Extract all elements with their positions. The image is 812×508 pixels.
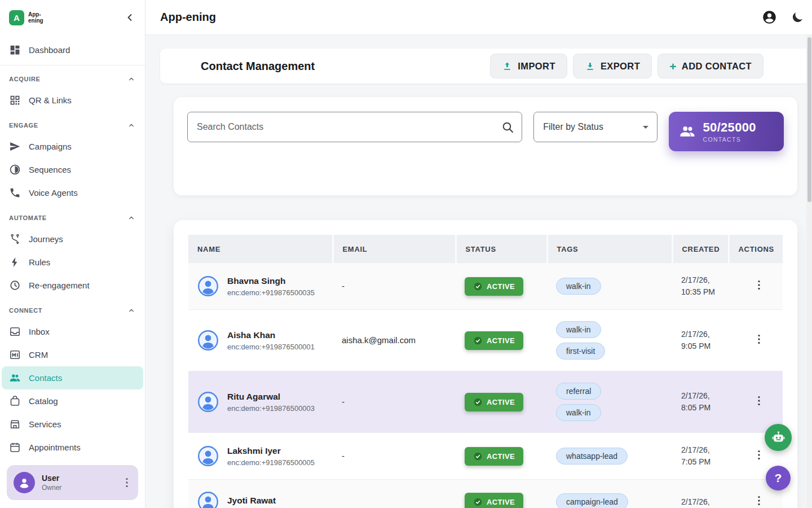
export-button[interactable]: EXPORT xyxy=(573,54,652,78)
topbar: App-ening xyxy=(145,0,812,35)
people-icon xyxy=(9,372,21,384)
tag-pill[interactable]: whatsapp-lead xyxy=(556,448,628,465)
column-header-created[interactable]: CREATED xyxy=(672,235,729,263)
contact-phone: enc:demo:+919876500003 xyxy=(227,404,315,413)
scrollbar[interactable] xyxy=(806,35,812,508)
add-contact-label: ADD CONTACT xyxy=(682,61,752,72)
tag-pill[interactable]: campaign-lead xyxy=(556,493,628,508)
qr-icon xyxy=(9,94,21,106)
account-button[interactable] xyxy=(762,10,777,25)
plus-icon: + xyxy=(669,60,677,72)
moon-icon xyxy=(791,11,804,24)
toolbar-buttons: IMPORT EXPORT + ADD CONTACT xyxy=(490,54,764,78)
column-header-actions[interactable]: ACTIONS xyxy=(729,235,783,263)
search-icon[interactable] xyxy=(501,120,514,134)
chevron-up-icon xyxy=(127,75,136,84)
status-label: ACTIVE xyxy=(487,282,515,291)
sidebar-collapse-button[interactable] xyxy=(121,9,138,26)
row-actions-button[interactable] xyxy=(752,394,766,408)
app-root: A App-ening DashboardACQUIREQR & LinksEN… xyxy=(0,0,812,508)
column-header-name[interactable]: NAME xyxy=(188,235,333,263)
sidebar-item-sequences[interactable]: Sequences xyxy=(0,158,145,181)
section-header-automate[interactable]: AUTOMATE xyxy=(0,208,145,227)
status-label: ACTIVE xyxy=(487,336,515,345)
import-label: IMPORT xyxy=(518,61,555,72)
row-actions-button[interactable] xyxy=(752,494,766,507)
sidebar-item-re-engagement[interactable]: Re-engagement xyxy=(0,274,145,297)
table-row[interactable]: Ritu Agarwalenc:demo:+919876500003-ACTIV… xyxy=(188,371,783,433)
chevron-up-icon xyxy=(127,213,136,222)
sidebar-item-label: Journeys xyxy=(29,234,63,244)
sidebar-item-inbox[interactable]: Inbox xyxy=(0,320,145,343)
sidebar-item-campaigns[interactable]: Campaigns xyxy=(0,135,145,158)
table-row[interactable]: Jyoti RawatACTIVEcampaign-lead2/17/26, xyxy=(188,480,783,508)
contrast-icon xyxy=(9,164,21,176)
tag-pill[interactable]: referral xyxy=(556,383,601,400)
sidebar-item-rules[interactable]: Rules xyxy=(0,251,145,274)
sidebar-item-voice-agents[interactable]: Voice Agents xyxy=(0,181,145,204)
contact-name: Aisha Khan xyxy=(227,330,315,340)
contact-name: Jyoti Rawat xyxy=(227,496,276,506)
sidebar-item-appointments[interactable]: Appointments xyxy=(0,436,145,459)
history-icon xyxy=(9,279,21,291)
section-title: AUTOMATE xyxy=(9,214,47,221)
status-filter-dropdown[interactable]: Filter by Status xyxy=(533,112,657,142)
sidebar-header: A App-ening xyxy=(0,0,145,35)
tag-pill[interactable]: first-visit xyxy=(556,343,605,360)
brand-logo[interactable]: A App-ening xyxy=(9,10,48,25)
contact-email: - xyxy=(342,281,345,291)
contact-phone: enc:demo:+919876500005 xyxy=(227,458,315,467)
user-menu-icon[interactable] xyxy=(120,476,134,489)
tag-pill[interactable]: walk-in xyxy=(556,321,601,338)
section-header-connect[interactable]: CONNECT xyxy=(0,301,145,320)
row-actions-button[interactable] xyxy=(752,448,766,462)
check-icon xyxy=(473,336,483,345)
avatar-icon xyxy=(197,391,219,413)
user-card[interactable]: User Owner xyxy=(7,465,138,500)
sidebar-item-catalog[interactable]: Catalog xyxy=(0,389,145,413)
column-header-status[interactable]: STATUS xyxy=(456,235,547,263)
sidebar-item-crm[interactable]: CRM xyxy=(0,343,145,366)
sidebar-item-qr-links[interactable]: QR & Links xyxy=(0,89,145,112)
phone-icon xyxy=(9,187,21,199)
table-row[interactable]: Bhavna Singhenc:demo:+919876500035-ACTIV… xyxy=(188,263,783,310)
avatar-icon xyxy=(197,275,219,297)
sidebar-item-services[interactable]: Services xyxy=(0,413,145,436)
bag-icon xyxy=(9,395,21,407)
sidebar-item-journeys[interactable]: Journeys xyxy=(0,227,145,251)
sidebar-item-label: Catalog xyxy=(29,396,58,406)
robot-icon xyxy=(771,430,786,445)
column-header-email[interactable]: EMAIL xyxy=(333,235,456,263)
table-row[interactable]: Aisha Khanenc:demo:+919876500001aisha.k@… xyxy=(188,310,783,371)
import-button[interactable]: IMPORT xyxy=(490,54,567,78)
assistant-fab[interactable] xyxy=(765,424,792,451)
scrollbar-thumb[interactable] xyxy=(807,37,811,202)
contact-name: Bhavna Singh xyxy=(227,276,315,286)
sidebar-item-contacts[interactable]: Contacts xyxy=(2,366,143,389)
sidebar-item-dashboard[interactable]: Dashboard xyxy=(0,38,145,62)
sidebar-item-label: Re-engagement xyxy=(29,281,90,290)
add-contact-button[interactable]: + ADD CONTACT xyxy=(657,54,764,78)
sidebar-item-label: Voice Agents xyxy=(29,188,78,198)
row-actions-button[interactable] xyxy=(752,332,766,346)
created-date: 2/17/26, xyxy=(681,496,726,508)
row-actions-button[interactable] xyxy=(752,278,766,292)
sidebar-item-label: Dashboard xyxy=(29,45,70,55)
contacts-count-badge: 50/25000 CONTACTS xyxy=(669,112,784,151)
sidebar-item-label: Sequences xyxy=(29,165,71,174)
search-input[interactable] xyxy=(187,112,522,142)
created-date: 2/17/26, 10:35 PM xyxy=(681,274,726,298)
status-label: ACTIVE xyxy=(487,398,515,406)
contacts-count: 50/25000 xyxy=(703,120,756,135)
column-header-tags[interactable]: TAGS xyxy=(547,235,672,263)
help-fab[interactable]: ? xyxy=(766,466,791,491)
dark-mode-toggle[interactable] xyxy=(791,11,804,24)
chevron-up-icon xyxy=(127,306,136,315)
brand-logo-icon: A xyxy=(9,10,24,25)
tag-pill[interactable]: walk-in xyxy=(556,404,601,421)
section-title: ENGAGE xyxy=(9,122,38,129)
table-row[interactable]: Lakshmi Iyerenc:demo:+919876500005-ACTIV… xyxy=(188,433,783,480)
section-header-acquire[interactable]: ACQUIRE xyxy=(0,69,145,89)
section-header-engage[interactable]: ENGAGE xyxy=(0,116,145,135)
tag-pill[interactable]: walk-in xyxy=(556,278,601,295)
